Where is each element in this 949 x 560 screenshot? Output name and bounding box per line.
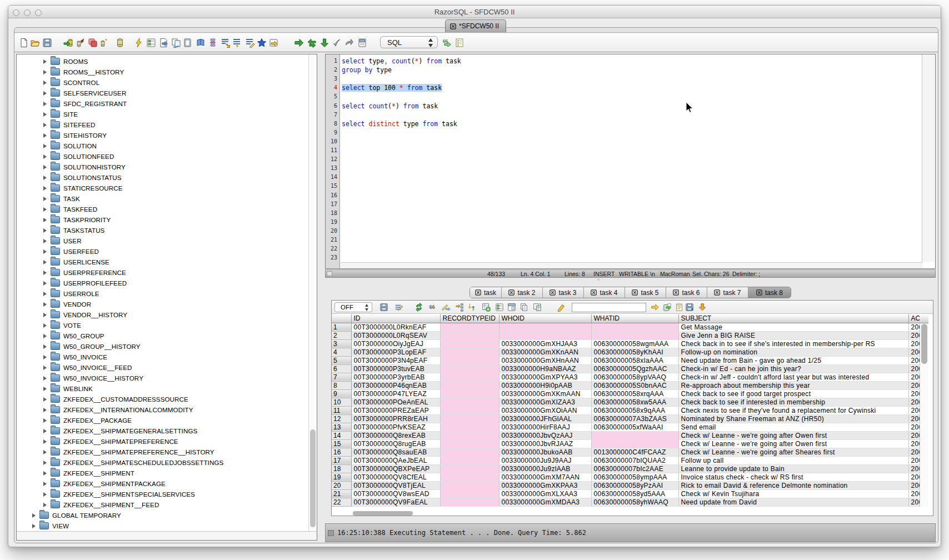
result-tab-task-4[interactable]: task 4 — [584, 287, 625, 298]
table-header-row[interactable]: IDRECORDTYPEIDWHOIDWHATIDSUBJECTAC — [332, 314, 920, 323]
expand-triangle-icon[interactable] — [43, 387, 47, 391]
cell-whatid[interactable]: 00630000005xfWaAAI — [591, 423, 678, 431]
table-info-icon[interactable] — [454, 38, 464, 48]
expand-triangle-icon[interactable] — [43, 218, 47, 222]
save-grid-icon[interactable] — [685, 303, 694, 312]
sidebar-item-userlicense[interactable]: USERLICENSE — [17, 257, 309, 267]
expand-triangle-icon[interactable] — [43, 429, 47, 433]
cell-ac[interactable]: 200 — [908, 381, 920, 389]
result-tab-task[interactable]: task — [470, 287, 502, 298]
row-number[interactable]: 7 — [332, 373, 351, 381]
table-row[interactable]: 1700T3000000QAeJbEAL0033000000Ju9J9AAJ00… — [332, 456, 920, 464]
cell-ac[interactable]: 200 — [908, 364, 920, 373]
row-number[interactable]: 22 — [332, 498, 351, 506]
expand-triangle-icon[interactable] — [43, 461, 47, 465]
tree-view-icon[interactable] — [455, 303, 464, 312]
sidebar-item-w50-group[interactable]: W50_GROUP — [17, 331, 309, 341]
table-row[interactable]: 900T3000000P47LYEAZ0033000000GmXKmAAN006… — [332, 389, 920, 398]
row-number[interactable]: 19 — [332, 473, 351, 481]
cell-recordtypeid[interactable] — [440, 473, 499, 481]
cell-recordtypeid[interactable] — [440, 481, 499, 489]
expand-triangle-icon[interactable] — [43, 102, 47, 106]
sidebar-item-zkfedex-shipment[interactable]: ZKFEDEX__SHIPMENT — [17, 468, 309, 478]
column-header-whatid[interactable]: WHATID — [591, 314, 678, 323]
cell-id[interactable]: 00T3000000Q8sauEAB — [351, 448, 440, 456]
copy-connection-icon[interactable] — [88, 38, 98, 48]
expand-triangle-icon[interactable] — [43, 260, 47, 264]
cell-subject[interactable]: Check w/ Leanne - we're going after Shea… — [678, 448, 908, 456]
cell-subject[interactable]: Check w/ Leanne - we're going after Owen… — [678, 431, 908, 439]
expand-triangle-icon[interactable] — [32, 513, 36, 518]
cell-id[interactable]: 00T3000000POeAnEAL — [351, 398, 440, 406]
cell-subject[interactable]: Check-in w/ Ed - can he join this year? — [678, 364, 908, 373]
sidebar-item-zkfedex-internationalcommodity[interactable]: ZKFEDEX__INTERNATIONALCOMMODITY — [17, 404, 309, 415]
row-number[interactable]: 6 — [332, 364, 351, 373]
table-row[interactable]: 500T3000000P3N4pEAF0033000000GmXHnAAN006… — [332, 356, 920, 364]
table-row[interactable]: 1400T3000000Q8rexEAB0033000000JbvQzAAJCh… — [332, 431, 920, 439]
sidebar-item-zkfedex-package[interactable]: ZKFEDEX__PACKAGE — [17, 415, 309, 426]
documentation-icon[interactable] — [196, 38, 206, 48]
sidebar-item-zkfedex-shipmentpackage[interactable]: ZKFEDEX__SHIPMENTPACKAGE — [17, 478, 309, 489]
result-tab-task-7[interactable]: task 7 — [707, 287, 748, 298]
grid-vscrollbar[interactable] — [920, 323, 928, 507]
cell-whoid[interactable]: 0033000000Ju9J9AAJ — [499, 456, 591, 464]
go-forward-icon[interactable] — [294, 38, 304, 48]
close-tab-icon[interactable] — [591, 289, 597, 296]
describe-list-icon[interactable] — [208, 38, 218, 48]
form-view-icon[interactable] — [507, 303, 516, 312]
expand-triangle-icon[interactable] — [43, 70, 47, 74]
window-titlebar[interactable]: RazorSQL - SFDCW50 II — [8, 6, 941, 18]
cell-whoid[interactable]: 0033000000H9i0pAAB — [499, 381, 591, 389]
cell-whoid[interactable]: 0033000000JFhGlAAL — [499, 414, 591, 423]
cell-ac[interactable]: 200 — [908, 498, 920, 506]
cell-whatid[interactable]: 006300000058yhWAAQ — [591, 498, 678, 506]
cell-whatid[interactable]: 006300000058ypVAAQ — [591, 373, 678, 381]
cell-ac[interactable]: 200 — [908, 431, 920, 439]
cell-whatid[interactable] — [591, 331, 678, 339]
sidebar-item-zkfedex-shipmatepreference-history[interactable]: ZKFEDEX__SHIPMATEPREFERENCE__HISTORY — [17, 447, 309, 457]
expand-triangle-icon[interactable] — [43, 207, 47, 212]
expand-triangle-icon[interactable] — [43, 112, 47, 117]
expand-triangle-icon[interactable] — [43, 313, 47, 317]
cell-whoid[interactable]: 0033000000JbvQzAAJ — [499, 431, 591, 439]
cell-subject[interactable]: Rick to email David & reference Delmonte… — [678, 481, 908, 489]
cell-whatid[interactable] — [591, 439, 678, 448]
cell-id[interactable]: 00T3000000Q8rexEAB — [351, 431, 440, 439]
sidebar-item-zkfedex-shipment-feed[interactable]: ZKFEDEX__SHIPMENT__FEED — [17, 499, 309, 510]
cell-whatid[interactable]: 006300000058x9qAAA — [591, 406, 678, 414]
clipboard-icon[interactable] — [357, 38, 367, 48]
expand-triangle-icon[interactable] — [43, 492, 47, 497]
cell-id[interactable]: 00T3000000QV9FaEAL — [351, 498, 440, 506]
expand-triangle-icon[interactable] — [43, 397, 47, 402]
expand-triangle-icon[interactable] — [43, 81, 47, 85]
export-table-icon[interactable] — [482, 303, 491, 312]
sidebar-item-sitehistory[interactable]: SITEHISTORY — [17, 130, 309, 141]
cell-recordtypeid[interactable] — [440, 431, 499, 439]
cell-whoid[interactable] — [499, 323, 591, 331]
cell-recordtypeid[interactable] — [440, 439, 499, 448]
cell-subject[interactable]: Check back to see if good target prospec… — [678, 389, 908, 398]
expand-triangle-icon[interactable] — [43, 366, 47, 370]
table-row[interactable]: 1100T3000000PREZaEAP0033000000GmXOiAAN00… — [332, 406, 920, 414]
result-tab-task-3[interactable]: task 3 — [543, 287, 584, 298]
close-tab-icon[interactable] — [450, 23, 456, 29]
sidebar-item-w50-group-history[interactable]: W50_GROUP__HISTORY — [17, 341, 309, 352]
result-tab-task-2[interactable]: task 2 — [502, 287, 543, 298]
cell-ac[interactable]: 200 — [908, 481, 920, 489]
cell-id[interactable]: 00T3000000QV8wsEAD — [351, 489, 440, 498]
row-number[interactable]: 13 — [332, 423, 351, 431]
grid-hscrollbar-thumb[interactable] — [353, 511, 413, 516]
expand-triangle-icon[interactable] — [43, 323, 47, 328]
cell-whatid[interactable]: 00630000007bIQUAA2 — [591, 456, 678, 464]
table-row[interactable]: 800T3000000P46qnEAB0033000000H9i0pAAB006… — [332, 381, 920, 389]
cell-whatid[interactable]: 00630000005S0bnAAC — [591, 381, 678, 389]
column-header-id[interactable]: ID — [351, 314, 440, 323]
cell-id[interactable]: 00T3000000L0RqSEAV — [351, 331, 440, 339]
cell-subject[interactable]: Need update from David — [678, 498, 908, 506]
cell-id[interactable]: 00T3000000Q8rugEAB — [351, 439, 440, 448]
cell-recordtypeid[interactable] — [440, 423, 499, 431]
cell-id[interactable]: 00T3000000PfvKSEAZ — [351, 423, 440, 431]
cell-ac[interactable]: 200 — [908, 448, 920, 456]
table-row[interactable]: 400T3000000P3LopEAF0033000000GmXKnAAN006… — [332, 348, 920, 356]
sidebar-item-vendor[interactable]: VENDOR — [17, 299, 309, 309]
